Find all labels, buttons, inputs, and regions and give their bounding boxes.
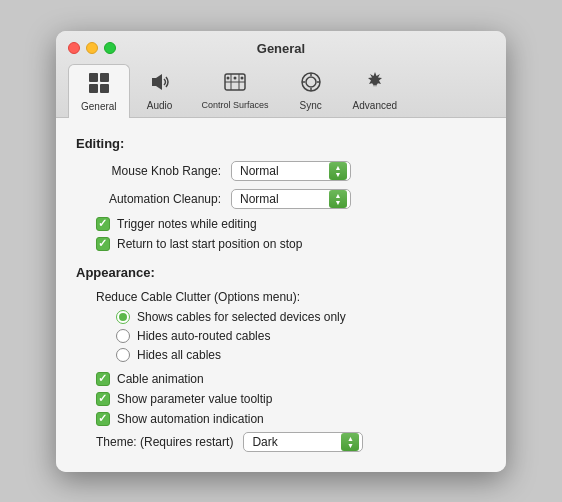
content: Editing: Mouse Knob Range: Normal Fine C… [56,118,506,472]
show-automation-checkbox[interactable] [96,412,110,426]
cable-animation-label: Cable animation [117,372,204,386]
automation-cleanup-label: Automation Cleanup: [76,192,231,206]
toolbar: General Audio [68,64,494,117]
maximize-button[interactable] [104,42,116,54]
tab-control-surfaces-label: Control Surfaces [202,100,269,110]
tab-sync[interactable]: Sync [281,64,341,117]
automation-cleanup-row: Automation Cleanup: Normal Fine Coarse [76,189,486,209]
window: General General [56,31,506,472]
shows-cables-label: Shows cables for selected devices only [137,310,346,324]
mouse-knob-select-wrapper: Normal Fine Coarse [231,161,351,181]
tab-advanced-label: Advanced [353,100,397,111]
radio-group: Shows cables for selected devices only H… [116,310,486,362]
return-to-start-row: Return to last start position on stop [96,237,486,251]
tab-advanced[interactable]: Advanced [341,64,409,117]
appearance-section-title: Appearance: [76,265,486,280]
hides-auto-routed-row: Hides auto-routed cables [116,329,486,343]
show-param-tooltip-checkbox[interactable] [96,392,110,406]
window-title: General [68,41,494,56]
svg-marker-4 [152,74,162,90]
svg-point-11 [241,76,244,79]
advanced-icon [363,70,387,98]
return-to-start-label: Return to last start position on stop [117,237,302,251]
sync-icon [299,70,323,98]
tab-control-surfaces[interactable]: Control Surfaces [190,64,281,117]
show-automation-row: Show automation indication [96,412,486,426]
cable-animation-checkbox[interactable] [96,372,110,386]
shows-cables-radio[interactable] [116,310,130,324]
show-param-tooltip-row: Show parameter value tooltip [96,392,486,406]
tab-audio[interactable]: Audio [130,64,190,117]
close-button[interactable] [68,42,80,54]
minimize-button[interactable] [86,42,98,54]
cable-animation-row: Cable animation [96,372,486,386]
hides-auto-routed-radio[interactable] [116,329,130,343]
svg-rect-0 [89,73,98,82]
mouse-knob-select[interactable]: Normal Fine Coarse [231,161,351,181]
return-to-start-checkbox[interactable] [96,237,110,251]
svg-point-9 [227,76,230,79]
hides-all-label: Hides all cables [137,348,221,362]
reduce-cable-label: Reduce Cable Clutter (Options menu): [96,290,486,304]
title-bar-buttons [68,42,116,54]
svg-point-10 [234,76,237,79]
hides-all-radio[interactable] [116,348,130,362]
title-bar: General General [56,31,506,118]
tab-general[interactable]: General [68,64,130,118]
theme-label: Theme: (Requires restart) [96,435,233,449]
appearance-section: Appearance: Reduce Cable Clutter (Option… [76,265,486,452]
svg-rect-2 [89,84,98,93]
mouse-knob-row: Mouse Knob Range: Normal Fine Coarse [76,161,486,181]
show-param-tooltip-label: Show parameter value tooltip [117,392,272,406]
tab-general-label: General [81,101,117,112]
theme-select-wrapper: Dark Light [243,432,363,452]
control-surfaces-icon [223,70,247,98]
trigger-notes-checkbox[interactable] [96,217,110,231]
hides-all-row: Hides all cables [116,348,486,362]
theme-select[interactable]: Dark Light [243,432,363,452]
trigger-notes-row: Trigger notes while editing [96,217,486,231]
theme-row: Theme: (Requires restart) Dark Light [76,432,486,452]
show-automation-label: Show automation indication [117,412,264,426]
shows-cables-row: Shows cables for selected devices only [116,310,486,324]
svg-rect-3 [100,84,109,93]
svg-rect-1 [100,73,109,82]
tab-sync-label: Sync [299,100,321,111]
hides-auto-routed-label: Hides auto-routed cables [137,329,270,343]
svg-point-13 [306,77,316,87]
editing-section-title: Editing: [76,136,486,151]
automation-cleanup-select[interactable]: Normal Fine Coarse [231,189,351,209]
audio-icon [148,70,172,98]
general-icon [87,71,111,99]
mouse-knob-label: Mouse Knob Range: [76,164,231,178]
tab-audio-label: Audio [147,100,173,111]
trigger-notes-label: Trigger notes while editing [117,217,257,231]
automation-cleanup-select-wrapper: Normal Fine Coarse [231,189,351,209]
